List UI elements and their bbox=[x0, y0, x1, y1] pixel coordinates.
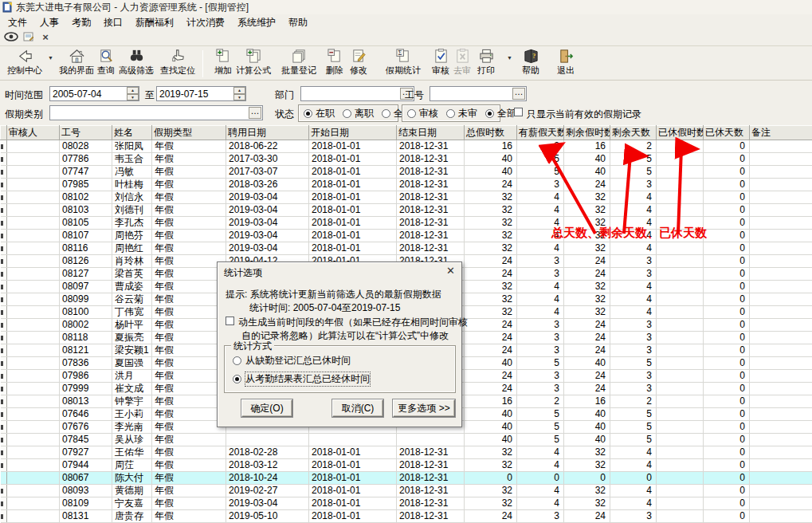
leave-type-browse-button[interactable]: … bbox=[249, 107, 261, 119]
radio-option[interactable]: 全部 bbox=[485, 107, 516, 120]
table-cell-used_days: 0 bbox=[704, 472, 750, 485]
menu-item[interactable]: 系统维护 bbox=[231, 14, 282, 31]
table-row[interactable]: 07845吴从珍年假4054050 bbox=[1, 434, 812, 446]
dept-input[interactable]: … bbox=[300, 86, 414, 101]
more-options-button[interactable]: 更多选项 >> bbox=[393, 399, 455, 417]
time-from-spinner[interactable]: ▲▼ bbox=[127, 87, 139, 100]
table-cell-auditor bbox=[7, 166, 60, 179]
toolbar-button-formula[interactable]: 计算公式 bbox=[231, 48, 276, 80]
grid-column-header[interactable]: 备注 bbox=[750, 126, 812, 140]
leave-type-input[interactable]: … bbox=[49, 105, 263, 120]
radio-from-absence[interactable]: 从缺勤登记汇总已休时间 bbox=[233, 354, 351, 368]
grid-column-header[interactable]: 假期类型 bbox=[152, 126, 226, 140]
edit-form-icon[interactable] bbox=[21, 31, 37, 45]
toolbar-button-control-center[interactable]: 控制中心 bbox=[2, 48, 48, 80]
grid-column-header[interactable]: 已休天数 bbox=[704, 126, 750, 140]
time-from-input[interactable]: 2005-07-04 ▲▼ bbox=[49, 86, 139, 101]
table-cell-leave_type: 年假 bbox=[152, 408, 226, 421]
radio-option[interactable]: 离职 bbox=[343, 107, 374, 120]
table-cell-remain_days: 3 bbox=[610, 319, 657, 332]
table-row[interactable]: 08116周艳红年假2019-03-042018-01-012018-12-31… bbox=[1, 242, 812, 255]
table-cell-auditor bbox=[7, 191, 60, 204]
menu-item[interactable]: 文件 bbox=[2, 14, 33, 31]
toolbar-button-advanced-filter[interactable]: 高级筛选 bbox=[114, 48, 159, 80]
table-row[interactable]: 08028张阳凤年假2018-06-222018-01-012018-12-31… bbox=[1, 140, 812, 153]
control-center-dropdown-icon[interactable]: ▼ bbox=[48, 55, 53, 61]
grid-column-header[interactable]: 总假时数 bbox=[465, 126, 517, 140]
valid-only-checkbox[interactable] bbox=[514, 108, 523, 116]
table-row[interactable]: 08103刘德刊年假2019-03-042018-01-012018-12-31… bbox=[1, 204, 812, 217]
grid-column-header[interactable]: 剩余假时数 bbox=[564, 126, 610, 140]
grid-column-header[interactable]: 姓名 bbox=[112, 126, 152, 140]
toolbar-button-locate[interactable]: 查找定位 bbox=[155, 48, 200, 80]
grid-column-header[interactable]: 审核人 bbox=[7, 126, 60, 140]
table-cell-note bbox=[750, 255, 812, 268]
grid-column-header[interactable]: 工号 bbox=[60, 126, 112, 140]
toolbar-button-leave-stats[interactable]: Σ 假期统计 bbox=[381, 48, 426, 80]
grid-column-header[interactable]: 已休假时数 bbox=[657, 126, 704, 140]
table-cell-name: 吴从珍 bbox=[112, 434, 152, 446]
table-cell-total_hours: 24 bbox=[465, 344, 517, 357]
table-cell-paid_days: 4 bbox=[517, 446, 564, 459]
close-icon[interactable]: × bbox=[37, 31, 53, 45]
radio-option[interactable]: 审核 bbox=[407, 107, 438, 120]
table-row[interactable]: 08109宁友嘉年假2019-03-042018-01-012018-12-31… bbox=[1, 497, 812, 510]
radio-option[interactable]: 未审 bbox=[446, 107, 477, 120]
table-cell-emp_no: 08028 bbox=[60, 140, 112, 153]
table-cell-auditor bbox=[7, 446, 60, 459]
grid-column-header[interactable]: 有薪假天数 bbox=[517, 126, 564, 140]
toolbar-button-print[interactable]: 打印 bbox=[469, 48, 504, 80]
table-cell-total_hours: 40 bbox=[465, 421, 517, 434]
table-row[interactable]: 07786韦玉合年假2017-03-302018-01-012018-12-31… bbox=[1, 153, 812, 166]
menu-item[interactable]: 帮助 bbox=[282, 14, 314, 31]
table-row[interactable]: 07944周茳年假2018-03-122018-01-012018-12-313… bbox=[1, 459, 812, 472]
emp-no-label: 工号 bbox=[405, 88, 424, 102]
preview-icon[interactable] bbox=[3, 31, 19, 45]
table-cell-paid_days: 4 bbox=[517, 191, 564, 204]
toolbar-button-exit[interactable]: 退出 bbox=[550, 48, 582, 80]
dialog-close-icon[interactable]: ✕ bbox=[446, 265, 455, 277]
radio-from-attendance[interactable]: 从考勤结果表汇总已经休时间 bbox=[233, 372, 370, 386]
table-row[interactable]: 07985叶桂梅年假2018-03-262018-01-012018-12-31… bbox=[1, 179, 812, 191]
row-indicator bbox=[1, 370, 7, 383]
table-cell-remain_hours: 40 bbox=[564, 357, 610, 370]
grid-column-header[interactable]: 剩余天数 bbox=[610, 126, 657, 140]
menu-item[interactable]: 计次消费 bbox=[180, 14, 231, 31]
grid-column-header[interactable]: 结束日期 bbox=[397, 126, 465, 140]
dialog-auto-generate-checkbox[interactable] bbox=[226, 317, 234, 325]
table-cell-auditor bbox=[7, 140, 60, 153]
emp-no-input[interactable]: … bbox=[430, 86, 527, 101]
grid-column-header[interactable]: 聘用日期 bbox=[226, 126, 309, 140]
menu-item[interactable]: 薪酬福利 bbox=[129, 14, 180, 31]
ok-button[interactable]: 确定(O) bbox=[241, 399, 292, 417]
table-row[interactable]: 08067陈大付年假2018-10-242018-01-012018-12-31… bbox=[1, 472, 812, 485]
table-row[interactable]: 08093黄德期年假2019-02-272018-01-012018-12-31… bbox=[1, 485, 812, 497]
table-cell-auditor bbox=[7, 370, 60, 383]
grid-column-header[interactable]: 开始日期 bbox=[309, 126, 397, 140]
table-cell-remain_hours: 16 bbox=[564, 140, 610, 153]
toolbar-button-modify[interactable]: 修改 bbox=[341, 48, 376, 80]
menu-item[interactable]: 人事 bbox=[33, 14, 65, 31]
table-cell-used_days: 0 bbox=[704, 140, 750, 153]
table-row[interactable]: 07747冯敏年假2017-03-072018-01-012018-12-314… bbox=[1, 166, 812, 179]
cancel-button[interactable]: 取消(C) bbox=[332, 399, 383, 417]
menu-item[interactable]: 接口 bbox=[97, 14, 129, 31]
time-to-input[interactable]: 2019-07-15 ▲▼ bbox=[156, 86, 246, 101]
table-cell-used_days: 0 bbox=[704, 395, 750, 408]
table-row[interactable]: 08102刘信永年假2019-03-042018-01-012018-12-31… bbox=[1, 191, 812, 204]
table-cell-used_hours bbox=[657, 166, 704, 179]
table-row[interactable]: 07927王佑华年假2018-02-282018-01-012018-12-31… bbox=[1, 446, 812, 459]
table-cell-total_hours: 24 bbox=[465, 370, 517, 383]
emp-no-browse-button[interactable]: … bbox=[512, 88, 525, 100]
toolbar-button-help[interactable]: ? 帮助 bbox=[515, 48, 547, 80]
time-to-spinner[interactable]: ▲▼ bbox=[233, 87, 245, 100]
table-row[interactable]: 08131唐贵存年假2019-05-102018-01-012018-12-31… bbox=[1, 510, 812, 523]
menu-item[interactable]: 考勤 bbox=[65, 14, 97, 31]
toolbar-button-batch-register[interactable]: 批量登记 bbox=[277, 48, 321, 80]
radio-option[interactable]: 在职 bbox=[304, 107, 335, 120]
print-dropdown-icon[interactable]: ▼ bbox=[507, 55, 512, 61]
table-cell-name: 叶桂梅 bbox=[112, 179, 152, 191]
table-cell-auditor bbox=[7, 497, 60, 510]
table-cell-auditor bbox=[7, 268, 60, 281]
table-cell-leave_type: 年假 bbox=[152, 472, 226, 485]
